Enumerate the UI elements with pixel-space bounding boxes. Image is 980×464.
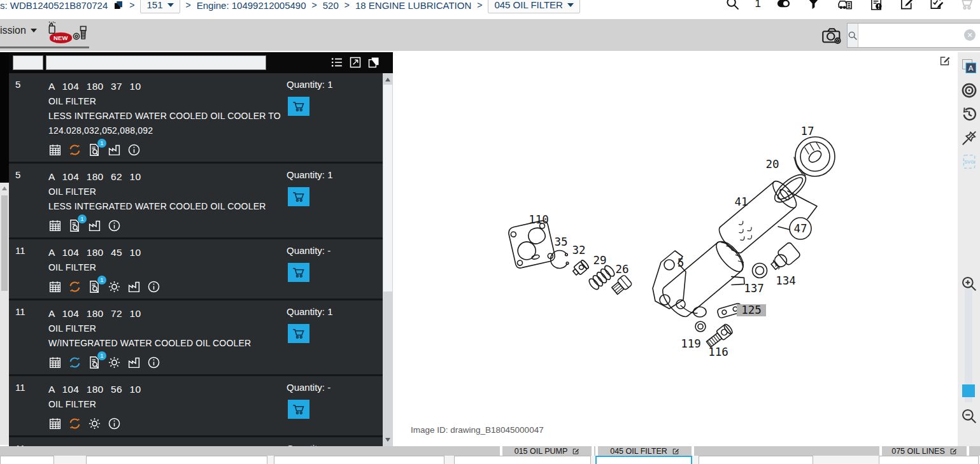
parts-scrollbar[interactable] — [383, 73, 393, 446]
part-number[interactable]: A 104 180 45 10 — [48, 245, 283, 260]
breadcrumb-engine[interactable]: Engine: 10499212005490 — [197, 0, 306, 11]
zoom-slider-handle[interactable] — [962, 384, 975, 397]
outer-scrollbar[interactable] — [0, 183, 9, 445]
zoom-out-button[interactable] — [960, 407, 978, 425]
scroll-down-icon[interactable] — [385, 438, 390, 442]
pages-icon[interactable] — [367, 56, 380, 69]
thumbnail[interactable] — [879, 456, 979, 464]
scroll-up-icon[interactable] — [385, 78, 390, 81]
copy-vin-icon[interactable] — [113, 0, 124, 10]
collapsed-side-panel[interactable] — [0, 52, 9, 183]
refresh-icon[interactable] — [68, 143, 82, 157]
table-row[interactable]: 11A 104 180 69 10Quantity: - — [9, 437, 393, 446]
scroll-up-icon[interactable] — [2, 186, 7, 190]
exploded-drawing[interactable]: 17204147110353229265137134125119116 — [393, 52, 958, 446]
checklist-edit-icon[interactable] — [929, 0, 944, 11]
calendar-icon[interactable] — [48, 219, 62, 232]
paint-codes-button[interactable]: NEW — [45, 21, 70, 48]
drawing-tab-075-oil-lines[interactable]: 075 OIL LINES — [879, 446, 969, 456]
calendar-icon[interactable] — [48, 417, 62, 430]
cart-icon[interactable] — [959, 0, 974, 11]
scrollbar-thumb[interactable] — [1, 195, 8, 291]
thumbnail[interactable] — [699, 456, 813, 464]
thumbnail[interactable] — [274, 456, 444, 464]
callout-110[interactable]: 110 — [529, 213, 549, 226]
add-to-cart-button[interactable] — [288, 324, 309, 343]
calendar-icon[interactable] — [48, 143, 62, 157]
callout-20[interactable]: 20 — [765, 158, 779, 171]
thumbnail[interactable] — [0, 456, 54, 464]
factory-icon[interactable] — [127, 356, 141, 369]
factory-icon[interactable] — [108, 143, 121, 157]
refresh-icon[interactable] — [68, 356, 82, 369]
table-row[interactable]: 5A 104 180 62 10OIL FILTERLESS INTEGRATE… — [9, 164, 393, 239]
add-to-cart-button[interactable] — [288, 400, 309, 419]
callout-5[interactable]: 5 — [678, 257, 685, 269]
search-submit-button[interactable] — [848, 24, 858, 47]
callout-26[interactable]: 26 — [615, 263, 628, 276]
callout-137[interactable]: 137 — [744, 282, 764, 295]
factory-icon[interactable] — [127, 280, 141, 293]
edit-drawing-button[interactable] — [939, 55, 951, 67]
doc-search-icon[interactable]: 1 — [88, 280, 101, 293]
refresh-icon[interactable] — [68, 280, 82, 293]
callout-17[interactable]: 17 — [800, 125, 814, 137]
search-icon[interactable] — [725, 0, 740, 11]
model-dropdown[interactable]: 151 — [140, 0, 180, 13]
unpin-button[interactable] — [960, 129, 978, 147]
doc-search-icon[interactable]: 1 — [88, 143, 101, 157]
gear-icon[interactable] — [88, 417, 101, 430]
thumbnail[interactable] — [454, 456, 591, 464]
thumbnail-selected[interactable] — [595, 456, 692, 464]
add-to-cart-button[interactable] — [288, 187, 309, 206]
calendar-icon[interactable] — [48, 280, 62, 293]
annotation-layer-button[interactable] — [960, 57, 978, 75]
toggle-icon[interactable] — [776, 0, 791, 11]
info-icon[interactable] — [108, 417, 121, 430]
table-row[interactable]: 11A 104 180 45 10OIL FILTER1Quantity: - — [9, 239, 393, 300]
target-button[interactable] — [960, 81, 978, 99]
drawing-tab-015-oil-pump[interactable]: 015 OIL PUMP — [500, 446, 594, 456]
subgroup-dropdown[interactable]: 045 OIL FILTER — [488, 0, 580, 13]
gear-icon[interactable] — [108, 356, 121, 369]
callout-47[interactable]: 47 — [793, 222, 807, 235]
standard-parts-button[interactable] — [71, 24, 89, 42]
list-icon[interactable] — [330, 56, 343, 69]
breadcrumb-vehicle[interactable]: s: WDB1240521B870724 — [0, 0, 108, 11]
breadcrumb-group[interactable]: 18 ENGINE LUBRICATION — [355, 0, 471, 11]
note-edit-icon[interactable] — [899, 0, 914, 11]
svg-export-button[interactable] — [960, 153, 978, 171]
clear-search-icon[interactable]: ✕ — [964, 29, 976, 41]
table-row[interactable]: 11A 104 180 56 10OIL FILTERQuantity: - — [9, 376, 393, 437]
doc-search-icon[interactable]: 1 — [88, 356, 101, 369]
calendar-icon[interactable] — [48, 356, 62, 369]
position-filter-input[interactable] — [13, 55, 43, 70]
part-number[interactable]: A 104 180 72 10 — [48, 306, 283, 321]
part-number[interactable]: A 104 180 56 10 — [48, 382, 283, 397]
callout-32[interactable]: 32 — [572, 244, 585, 257]
expand-icon[interactable] — [349, 56, 362, 69]
gear-icon[interactable] — [108, 280, 121, 293]
thumbnail[interactable] — [86, 456, 267, 464]
refresh-icon[interactable] — [68, 417, 82, 430]
history-button[interactable] — [960, 105, 978, 123]
callout-125[interactable]: 125 — [741, 304, 762, 316]
callout-41[interactable]: 41 — [734, 195, 748, 208]
callout-134[interactable]: 134 — [776, 274, 796, 287]
callout-119[interactable]: 119 — [681, 337, 701, 350]
info-icon[interactable] — [147, 356, 160, 369]
breadcrumb-code[interactable]: 520 — [323, 0, 339, 11]
doc-warning-icon[interactable] — [869, 0, 884, 11]
callout-35[interactable]: 35 — [554, 236, 567, 248]
callout-29[interactable]: 29 — [593, 254, 606, 267]
table-row[interactable]: 11A 104 180 72 10OIL FILTERW/INTEGRATED … — [9, 300, 393, 376]
doc-search-icon[interactable]: 1 — [68, 219, 82, 232]
add-to-cart-button[interactable] — [288, 263, 309, 282]
info-icon[interactable] — [147, 280, 160, 293]
vehicle-doc-icon[interactable] — [836, 0, 854, 11]
callout-116[interactable]: 116 — [708, 346, 728, 358]
part-number[interactable]: A 104 180 62 10 — [48, 169, 283, 185]
part-number[interactable]: A 104 180 37 10 — [48, 79, 283, 94]
drawing-tab-045-oil-filter[interactable]: 045 OIL FILTER — [595, 446, 694, 456]
scrollbar-thumb[interactable] — [383, 85, 392, 292]
